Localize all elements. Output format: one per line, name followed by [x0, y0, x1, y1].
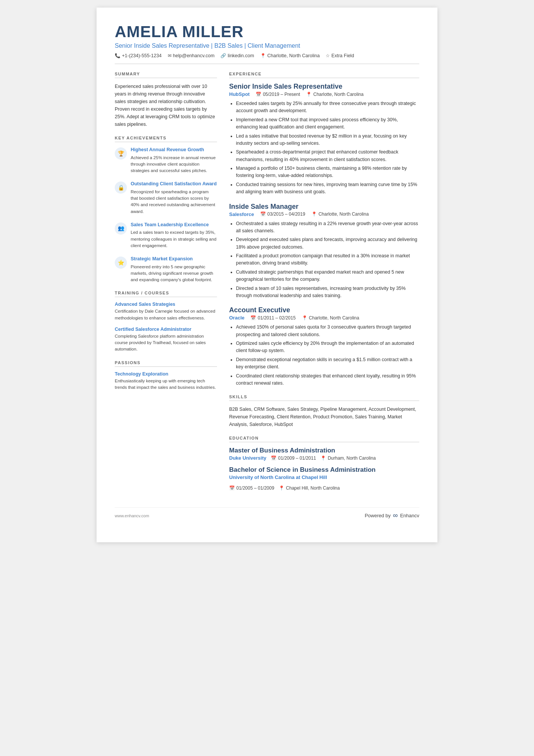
achievement-item-2: 🔒 Outstanding Client Satisfaction Award …: [115, 181, 217, 215]
edu-degree-1: Master of Business Administration: [229, 447, 419, 454]
edu-meta-1: Duke University 📅 01/2009 – 01/2011 📍 Du…: [229, 455, 419, 461]
achievement-item-3: 👥 Sales Team Leadership Excellence Led a…: [115, 222, 217, 249]
job-date-1: 📅 05/2019 – Present: [256, 92, 300, 97]
enhancv-logo-icon: ∞: [393, 512, 398, 520]
achievement-content-2: Outstanding Client Satisfaction Award Re…: [131, 181, 217, 215]
body-layout: SUMMARY Experienced sales professional w…: [115, 72, 419, 496]
job-title-2: Inside Sales Manager: [229, 203, 419, 211]
passion-desc-1: Enthusiastically keeping up with emergin…: [115, 378, 217, 391]
bullet-2-5: Directed a team of 10 sales representati…: [236, 285, 419, 300]
edu-date-1: 📅 01/2009 – 01/2011: [271, 455, 316, 461]
job-meta-2: Salesforce 📅 03/2015 – 04/2019 📍 Charlot…: [229, 211, 419, 217]
summary-text: Experienced sales professional with over…: [115, 83, 217, 128]
phone-value: +1-(234)-555-1234: [122, 53, 162, 58]
job-title-3: Account Executive: [229, 306, 419, 314]
email-contact: ✉ help@enhancv.com: [168, 53, 215, 58]
edu-cal-icon-2: 📅: [229, 485, 235, 491]
achievement-item-1: 🏆 Highest Annual Revenue Growth Achieved…: [115, 147, 217, 174]
extra-contact: ☆ Extra Field: [326, 53, 354, 58]
contact-bar: 📞 +1-(234)-555-1234 ✉ help@enhancv.com 🔗…: [115, 53, 419, 64]
bullet-2-3: Facilitated a product promotion campaign…: [236, 252, 419, 267]
left-column: SUMMARY Experienced sales professional w…: [115, 72, 217, 496]
achievement-title-4: Strategic Market Expansion: [131, 256, 217, 263]
footer-brand: Powered by ∞ Enhancv: [365, 512, 419, 520]
achievement-title-1: Highest Annual Revenue Growth: [131, 147, 217, 153]
training-desc-1: Certification by Dale Carnegie focused o…: [115, 308, 217, 321]
bullet-1-5: Managed a portfolio of 150+ business cli…: [236, 165, 419, 180]
passions-label: PASSIONS: [115, 360, 217, 367]
linkedin-icon: 🔗: [220, 53, 226, 58]
achievements-label: KEY ACHIEVEMENTS: [115, 136, 217, 142]
edu-degree-2: Bachelor of Science in Business Administ…: [229, 466, 419, 474]
header: AMELIA MILLER Senior Inside Sales Repres…: [115, 23, 419, 64]
location-contact: 📍 Charlotte, North Carolina: [260, 53, 320, 58]
phone-contact: 📞 +1-(234)-555-1234: [115, 53, 162, 58]
achievement-icon-1: 🏆: [115, 147, 127, 160]
summary-label: SUMMARY: [115, 72, 217, 78]
bullet-1-3: Led a sales initiative that boosted reve…: [236, 133, 419, 147]
location-value: Charlotte, North Carolina: [267, 53, 320, 58]
job-date-2: 📅 03/2015 – 04/2019: [260, 211, 305, 217]
achievement-title-2: Outstanding Client Satisfaction Award: [131, 181, 217, 188]
bullet-2-1: Orchestrated a sales strategy resulting …: [236, 220, 419, 235]
edu-item-2: Bachelor of Science in Business Administ…: [229, 466, 419, 491]
achievement-title-3: Sales Team Leadership Excellence: [131, 222, 217, 229]
training-item-2: Certified Salesforce Administrator Compl…: [115, 327, 217, 353]
job-3: Account Executive Oracle 📅 01/2011 – 02/…: [229, 306, 419, 387]
edu-school-2: University of North Carolina at Chapel H…: [229, 474, 327, 480]
achievement-desc-2: Recognized for spearheading a program th…: [131, 189, 217, 215]
skills-label: SKILLS: [229, 394, 419, 401]
location-icon: 📍: [260, 53, 266, 58]
job-location-1: 📍 Charlotte, North Carolina: [306, 92, 364, 97]
achievement-desc-4: Pioneered entry into 5 new geographic ma…: [131, 264, 217, 283]
footer-url: www.enhancv.com: [115, 513, 149, 518]
training-title-1: Advanced Sales Strategies: [115, 302, 217, 307]
footer: www.enhancv.com Powered by ∞ Enhancv: [115, 507, 419, 520]
achievement-item-4: ⭐ Strategic Market Expansion Pioneered e…: [115, 256, 217, 283]
achievement-content-1: Highest Annual Revenue Growth Achieved a…: [131, 147, 217, 174]
email-icon: ✉: [168, 53, 172, 58]
bullet-1-2: Implemented a new CRM tool that improved…: [236, 116, 419, 131]
job-meta-1: HubSpot 📅 05/2019 – Present 📍 Charlotte,…: [229, 91, 419, 97]
bullet-3-4: Coordinated client relationship strategi…: [236, 373, 419, 387]
pin-icon-1: 📍: [306, 92, 312, 97]
achievement-icon-4: ⭐: [115, 257, 127, 269]
bullet-2-4: Cultivated strategic partnerships that e…: [236, 269, 419, 283]
training-desc-2: Completing Salesforce platform administr…: [115, 333, 217, 353]
candidate-title: Senior Inside Sales Representative | B2B…: [115, 42, 419, 49]
bullet-2-2: Developed and executed sales plans and f…: [236, 236, 419, 251]
resume-page: AMELIA MILLER Senior Inside Sales Repres…: [97, 8, 437, 542]
phone-icon: 📞: [115, 53, 120, 58]
extra-value: Extra Field: [331, 53, 354, 58]
linkedin-value: linkedin.com: [228, 53, 254, 58]
edu-pin-icon-2: 📍: [279, 485, 284, 491]
brand-name: Enhancv: [400, 513, 419, 518]
achievement-desc-3: Led a sales team to exceed targets by 35…: [131, 229, 217, 249]
passion-title-1: Technology Exploration: [115, 371, 217, 377]
education-label: EDUCATION: [229, 436, 419, 442]
powered-by-text: Powered by: [365, 513, 391, 518]
edu-date-2: 📅 01/2005 – 01/2009: [229, 485, 274, 491]
right-column: EXPERIENCE Senior Inside Sales Represent…: [229, 72, 419, 496]
job-date-3: 📅 01/2011 – 02/2015: [250, 315, 295, 321]
edu-location-2: 📍 Chapel Hill, North Carolina: [279, 485, 340, 491]
bullet-1-6: Conducted training sessions for new hire…: [236, 181, 419, 196]
bullet-3-1: Achieved 150% of personal sales quota fo…: [236, 324, 419, 338]
achievement-content-4: Strategic Market Expansion Pioneered ent…: [131, 256, 217, 283]
calendar-icon-3: 📅: [250, 315, 256, 321]
email-value: help@enhancv.com: [173, 53, 215, 58]
job-meta-3: Oracle 📅 01/2011 – 02/2015 📍 Charlotte, …: [229, 315, 419, 321]
edu-cal-icon-1: 📅: [271, 455, 276, 461]
calendar-icon-1: 📅: [256, 92, 261, 97]
bullet-3-3: Demonstrated exceptional negotiation ski…: [236, 356, 419, 371]
edu-school-1: Duke University: [229, 455, 266, 461]
experience-label: EXPERIENCE: [229, 72, 419, 78]
job-1: Senior Inside Sales Representative HubSp…: [229, 83, 419, 196]
achievement-content-3: Sales Team Leadership Excellence Led a s…: [131, 222, 217, 249]
linkedin-contact[interactable]: 🔗 linkedin.com: [220, 53, 254, 58]
training-label: TRAINING / COURSES: [115, 291, 217, 297]
extra-icon: ☆: [326, 53, 330, 58]
pin-icon-3: 📍: [302, 315, 308, 321]
achievement-icon-3: 👥: [115, 222, 127, 235]
job-company-2: Salesforce: [229, 211, 254, 217]
